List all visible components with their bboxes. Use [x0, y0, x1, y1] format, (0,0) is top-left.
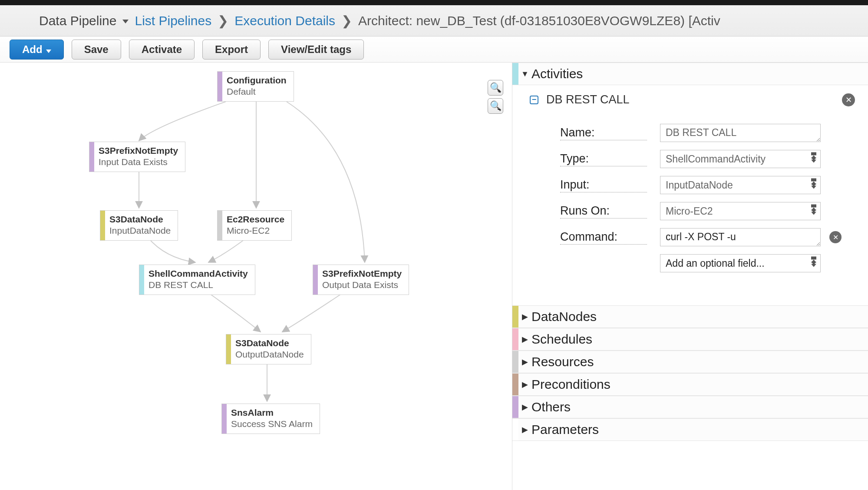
section-activities[interactable]: Activities	[512, 63, 868, 85]
chevron-down-icon	[121, 13, 129, 28]
node-title: S3DataNode	[235, 338, 304, 348]
node-precondition-input[interactable]: S3PrefixNotEmpty Input Data Exists	[89, 142, 185, 172]
node-title: Configuration	[227, 75, 287, 86]
runs-on-select[interactable]	[660, 202, 821, 220]
section-schedules[interactable]: Schedules	[512, 328, 868, 351]
remove-activity-button[interactable]: ✕	[842, 93, 855, 106]
node-precondition-output[interactable]: S3PrefixNotEmpty Output Data Exists	[313, 265, 409, 295]
node-title: S3PrefixNotEmpty	[99, 146, 178, 156]
node-color-bar	[226, 334, 231, 364]
node-color-bar	[222, 404, 227, 434]
section-color-tab	[512, 306, 518, 328]
section-label: DataNodes	[531, 309, 597, 324]
node-ec2-resource[interactable]: Ec2Resource Micro-EC2	[217, 210, 292, 241]
activity-db-rest-call: − DB REST CALL ✕ Name: Type: Input:	[512, 85, 868, 288]
type-select[interactable]	[660, 150, 821, 168]
zoom-out-button[interactable]: 🔍−	[488, 98, 503, 114]
properties-panel: Activities − DB REST CALL ✕ Name: Type:	[512, 63, 868, 490]
node-title: S3PrefixNotEmpty	[322, 268, 402, 279]
section-parameters[interactable]: Parameters	[512, 418, 868, 441]
label-name: Name:	[560, 126, 647, 140]
export-button[interactable]: Export	[202, 40, 261, 60]
chevron-right-icon	[521, 380, 529, 389]
node-color-bar	[218, 211, 222, 240]
add-button-label: Add	[22, 43, 43, 56]
section-label: Parameters	[531, 422, 599, 437]
node-title: ShellCommandActivity	[149, 268, 248, 279]
add-button[interactable]: Add	[10, 40, 64, 60]
breadcrumb-separator: ❯	[218, 13, 228, 28]
node-subtitle: Micro-EC2	[227, 225, 284, 236]
breadcrumb-current-page: Architect: new_DB_Test (df-031851030E8VO…	[358, 13, 720, 28]
node-color-bar	[139, 265, 144, 295]
section-label: Others	[531, 400, 571, 414]
node-color-bar	[100, 211, 105, 240]
section-label: Activities	[531, 66, 583, 81]
node-input-datanode[interactable]: S3DataNode InputDataNode	[100, 210, 178, 241]
chevron-down-icon	[521, 70, 529, 79]
section-others[interactable]: Others	[512, 396, 868, 418]
node-color-bar	[313, 265, 318, 295]
activity-title: DB REST CALL	[546, 93, 630, 106]
service-name: Data Pipeline	[39, 13, 116, 28]
section-preconditions[interactable]: Preconditions	[512, 373, 868, 396]
section-color-tab	[512, 351, 518, 373]
node-configuration[interactable]: Configuration Default	[217, 71, 294, 102]
service-menu[interactable]: Data Pipeline	[39, 13, 129, 28]
section-label: Preconditions	[531, 377, 611, 392]
save-button[interactable]: Save	[72, 40, 121, 60]
breadcrumb-execution-details[interactable]: Execution Details	[234, 13, 335, 28]
node-color-bar	[89, 142, 94, 172]
section-color-tab	[512, 374, 518, 395]
chevron-right-icon	[521, 425, 529, 434]
chevron-down-icon	[46, 43, 51, 56]
node-subtitle: Input Data Exists	[99, 157, 178, 167]
zoom-in-button[interactable]: 🔍+	[488, 80, 503, 96]
chevron-right-icon	[521, 334, 529, 344]
label-command: Command:	[560, 230, 647, 245]
node-subtitle: Output Data Exists	[322, 280, 402, 290]
name-input[interactable]	[660, 124, 821, 142]
section-label: Schedules	[531, 332, 592, 347]
breadcrumb-list-pipelines[interactable]: List Pipelines	[135, 13, 211, 28]
chevron-right-icon	[521, 312, 529, 321]
node-output-datanode[interactable]: S3DataNode OutputDataNode	[226, 334, 311, 364]
node-shell-activity[interactable]: ShellCommandActivity DB REST CALL	[139, 265, 255, 295]
section-label: Resources	[531, 354, 594, 369]
label-spacer	[560, 263, 647, 264]
activate-button[interactable]: Activate	[129, 40, 195, 60]
section-color-tab	[512, 328, 518, 350]
view-edit-tags-button[interactable]: View/Edit tags	[268, 40, 364, 60]
section-datanodes[interactable]: DataNodes	[512, 305, 868, 328]
collapse-button[interactable]: −	[530, 96, 538, 104]
node-color-bar	[218, 72, 222, 101]
command-input[interactable]	[660, 228, 821, 246]
add-optional-field-select[interactable]	[660, 254, 821, 272]
chevron-right-icon	[521, 357, 529, 367]
label-runs-on: Runs On:	[560, 204, 647, 219]
pipeline-canvas[interactable]: Configuration Default S3PrefixNotEmpty I…	[0, 63, 512, 490]
node-title: Ec2Resource	[227, 214, 284, 225]
node-title: S3DataNode	[109, 214, 171, 225]
node-sns-alarm[interactable]: SnsAlarm Success SNS Alarm	[221, 404, 320, 434]
toolbar: Add Save Activate Export View/Edit tags	[0, 36, 868, 63]
chevron-right-icon	[521, 402, 529, 412]
section-color-tab	[512, 63, 518, 85]
zoom-controls: 🔍+ 🔍−	[488, 80, 503, 114]
node-subtitle: OutputDataNode	[235, 349, 304, 360]
node-subtitle: DB REST CALL	[149, 280, 248, 290]
window-titlebar	[0, 0, 868, 5]
breadcrumb-separator: ❯	[341, 13, 352, 28]
section-color-tab	[512, 419, 518, 440]
remove-command-button[interactable]: ✕	[829, 231, 842, 243]
node-subtitle: Success SNS Alarm	[231, 419, 313, 429]
input-select[interactable]	[660, 176, 821, 194]
node-subtitle: InputDataNode	[109, 225, 171, 236]
node-title: SnsAlarm	[231, 407, 313, 418]
label-type: Type:	[560, 152, 647, 166]
node-subtitle: Default	[227, 86, 287, 97]
label-input: Input:	[560, 178, 647, 192]
section-color-tab	[512, 396, 518, 418]
section-resources[interactable]: Resources	[512, 351, 868, 373]
breadcrumb: Data Pipeline List Pipelines ❯ Execution…	[0, 5, 868, 36]
